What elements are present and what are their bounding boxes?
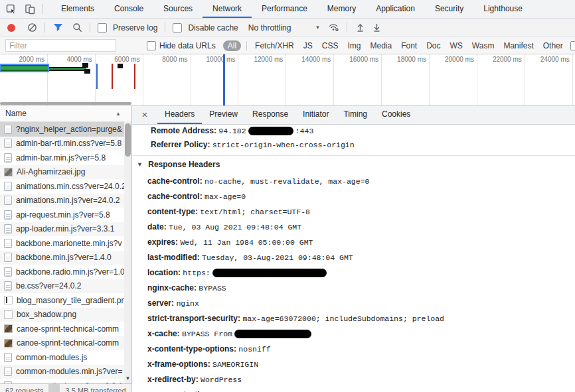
response-headers-section[interactable]: ▼ Response Headers [132, 156, 575, 174]
request-row[interactable]: Ali-Aghamirzaei.jpg [0, 165, 125, 180]
hide-data-urls[interactable]: Hide data URLs [147, 41, 216, 50]
main-tab-sources[interactable]: Sources [153, 0, 203, 18]
has-blocked-cookies[interactable]: Has blocked cookies [570, 41, 575, 50]
request-row[interactable]: common-modules.min.js?ver= [0, 365, 125, 379]
request-name: canoe-sprint-technical-comm [17, 324, 119, 334]
throttling-select[interactable]: No throttling ▼ [248, 23, 321, 33]
request-row[interactable]: app-loader.min.js?ver=3.3.1 [0, 222, 125, 237]
request-row[interactable]: be.css?ver=24.0.2 [0, 279, 125, 294]
request-row[interactable]: animations.min.css?ver=24.0.2 [0, 179, 125, 194]
main-tab-elements[interactable]: Elements [51, 0, 104, 18]
document-icon [4, 196, 12, 205]
scrollbar-thumb[interactable] [125, 123, 131, 157]
tabbar-icons [0, 0, 40, 18]
main-tab-lighthouse[interactable]: Lighthouse [473, 0, 533, 18]
header-name: Remote Address: [151, 126, 216, 135]
detail-tab-headers[interactable]: Headers [157, 106, 202, 124]
request-row[interactable]: canoe-sprint-technical-comm [0, 336, 125, 351]
filter-type-doc[interactable]: Doc [422, 41, 445, 50]
request-row[interactable]: canoe-sprint-technical-comm [0, 322, 125, 336]
chevron-down-icon: ▼ [315, 25, 320, 31]
request-row[interactable]: animations.min.js?ver=24.0.2 [0, 194, 125, 208]
overview-scrollbar-thumb[interactable] [0, 102, 131, 105]
request-row[interactable]: backbone.min.js?ver=1.4.0 [0, 251, 125, 265]
preserve-log-checkbox[interactable] [98, 23, 107, 33]
detail-tab-response[interactable]: Response [245, 106, 295, 124]
header-value: nosniff [238, 345, 270, 354]
timeline-overview[interactable]: 2000 ms4000 ms6000 ms8000 ms10000 ms1200… [0, 54, 575, 106]
main-tab-application[interactable]: Application [366, 0, 425, 18]
request-row[interactable]: api-request.min.js?ver=5.8 [0, 208, 125, 222]
close-icon[interactable]: × [132, 106, 157, 124]
filter-type-other[interactable]: Other [538, 41, 568, 50]
request-row[interactable]: box_shadow.png [0, 308, 125, 322]
clear-icon[interactable] [27, 23, 37, 33]
filter-icon[interactable] [52, 23, 63, 33]
export-har-icon[interactable] [371, 23, 382, 33]
filter-type-all[interactable]: All [223, 40, 241, 51]
throttling-value: No throttling [248, 23, 291, 33]
document-icon [4, 153, 12, 163]
request-row[interactable]: backbone.radio.min.js?ver=1.0 [0, 265, 125, 279]
filter-type-wasm[interactable]: Wasm [467, 41, 499, 50]
preserve-log-label[interactable]: Preserve log [113, 23, 157, 33]
request-name: backbone.radio.min.js?ver=1.0 [16, 267, 125, 277]
main-tab-security[interactable]: Security [425, 0, 473, 18]
document-icon [4, 253, 12, 262]
header-value: Tuesday, 03-Aug-2021 09:48:04 GMT [202, 253, 353, 262]
request-name: box_shadow.png [17, 310, 76, 319]
timeline-tick-label: 10000 ms [191, 54, 239, 105]
request-row[interactable]: common-modules.js [0, 350, 125, 365]
filter-type-ws[interactable]: WS [446, 41, 467, 50]
device-toolbar-icon[interactable] [24, 3, 36, 15]
inspect-element-icon[interactable] [5, 3, 17, 15]
request-row[interactable]: admin-bar.min.js?ver=5.8 [0, 151, 125, 165]
headers-content: Remote Address: 94.182:443Referrer Polic… [132, 125, 575, 392]
main-tab-network[interactable]: Network [203, 0, 252, 18]
header-value: 94.182 [218, 127, 246, 135]
timeline-tick-label: 16000 ms [334, 54, 382, 105]
request-name: animations.min.js?ver=24.0.2 [16, 196, 120, 205]
network-conditions-icon[interactable] [329, 23, 339, 33]
request-list-scrollbar[interactable]: ▼ [124, 121, 131, 383]
main-tab-memory[interactable]: Memory [317, 0, 366, 18]
detail-tabbar: × HeadersPreviewResponseInitiatorTimingC… [132, 106, 575, 125]
request-row[interactable]: admin-bar-rtl.min.css?ver=5.8 [0, 137, 125, 151]
main-tab-console[interactable]: Console [104, 0, 153, 18]
request-row[interactable]: blog_masonry_tile_gradient.pn [0, 293, 125, 308]
filter-type-manifest[interactable]: Manifest [499, 41, 538, 50]
has-blocked-cookies-checkbox[interactable] [570, 41, 575, 50]
timeline-extension-bar [49, 67, 86, 71]
image-thumbnail-icon [4, 339, 13, 348]
header-name: expires: [147, 237, 178, 247]
detail-tab-cookies[interactable]: Cookies [374, 106, 418, 124]
network-main: Name ▲ ?nginx_helper_action=purge&admin-… [0, 106, 575, 392]
filter-type-js[interactable]: JS [299, 41, 317, 50]
hide-data-urls-checkbox[interactable] [147, 41, 156, 50]
devtools-window: ElementsConsoleSourcesNetworkPerformance… [0, 0, 575, 392]
header-name: x-redirect-by: [147, 375, 199, 384]
main-tab-performance[interactable]: Performance [252, 0, 317, 18]
disable-cache-label[interactable]: Disable cache [188, 23, 238, 33]
import-har-icon[interactable] [355, 23, 365, 33]
record-icon[interactable] [7, 24, 15, 32]
request-row[interactable]: ?nginx_helper_action=purge& [0, 122, 125, 137]
filter-type-fetch-xhr[interactable]: Fetch/XHR [250, 41, 299, 50]
name-column-header[interactable]: Name ▲ [0, 106, 131, 122]
scroll-down-icon[interactable]: ▼ [124, 375, 131, 381]
search-icon[interactable] [72, 23, 82, 33]
detail-tab-preview[interactable]: Preview [202, 106, 245, 124]
request-row[interactable]: backbone.marionette.min.js?v [0, 236, 125, 251]
filter-type-css[interactable]: CSS [317, 41, 343, 50]
header-value: Tue, 03 Aug 2021 09:48:04 GMT [169, 223, 301, 231]
detail-tab-timing[interactable]: Timing [336, 106, 374, 124]
filter-type-font[interactable]: Font [396, 41, 422, 50]
detail-tab-initiator[interactable]: Initiator [295, 106, 336, 124]
document-icon [4, 367, 12, 376]
filter-input[interactable] [5, 39, 116, 52]
filter-type-img[interactable]: Img [343, 41, 365, 50]
timeline-tick-label: 8000 ms [143, 54, 191, 105]
disclosure-triangle-icon[interactable]: ▼ [137, 156, 143, 174]
disable-cache-checkbox[interactable] [173, 23, 182, 33]
filter-type-media[interactable]: Media [365, 41, 396, 50]
